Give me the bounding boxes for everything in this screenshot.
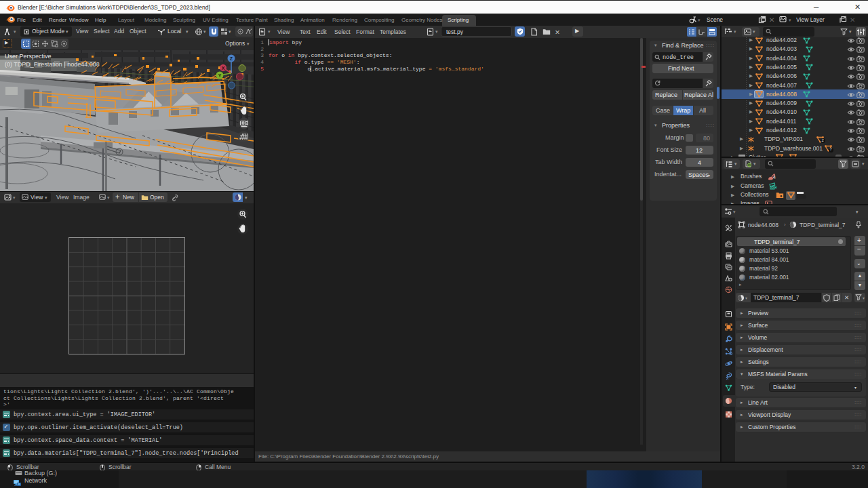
svg-text:X: X (222, 66, 225, 70)
svg-text:Y: Y (218, 73, 222, 78)
svg-text:Z: Z (230, 56, 233, 61)
svg-text:User Perspective: User Perspective (5, 53, 52, 60)
svg-text:(0) TDPD_Firestation | node44.: (0) TDPD_Firestation | node44.008 (5, 61, 100, 68)
